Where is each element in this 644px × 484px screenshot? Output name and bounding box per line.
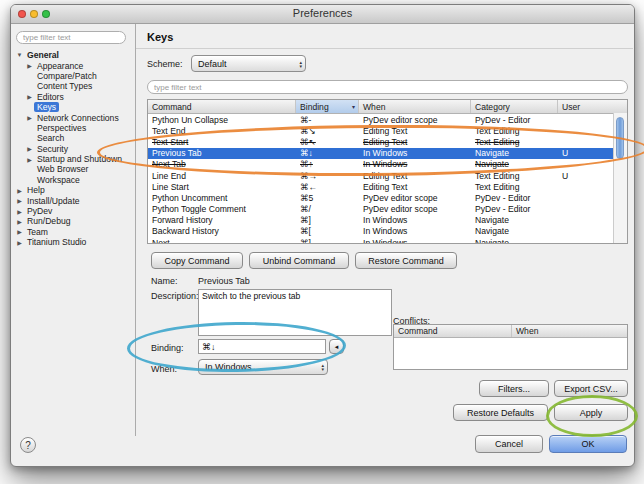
scheme-value: Default: [198, 59, 296, 69]
conflicts-table-header: Command When: [394, 325, 627, 338]
sidebar-item-search[interactable]: Search: [13, 133, 134, 143]
sidebar-item-startup-and-shutdown[interactable]: ▶Startup and Shutdown: [13, 154, 134, 164]
title-bar[interactable]: Preferences: [11, 5, 634, 24]
key-binding-row[interactable]: Line End⌘→Editing TextText EditingU: [148, 170, 627, 181]
sidebar-item-label: Search: [34, 133, 67, 143]
sidebar-item-workspace[interactable]: Workspace: [13, 175, 134, 185]
sidebar-item-label: Editors: [34, 92, 67, 102]
tree-collapsed-icon[interactable]: ▶: [25, 62, 34, 69]
key-binding-row[interactable]: Backward History⌘[In WindowsNavigate: [148, 226, 627, 237]
tree-collapsed-icon[interactable]: ▶: [15, 197, 24, 204]
sidebar-item-label: Perspectives: [34, 123, 89, 133]
help-button[interactable]: ?: [20, 437, 36, 453]
scheme-dropdown[interactable]: Default ▴▾: [191, 55, 306, 72]
export-csv-button[interactable]: Export CSV...: [554, 380, 628, 397]
tree-collapsed-icon[interactable]: ▶: [25, 156, 34, 163]
sidebar-item-install-update[interactable]: ▶Install/Update: [13, 195, 134, 205]
sidebar-item-label: General: [24, 50, 62, 60]
tree-expanded-icon[interactable]: ▼: [15, 52, 24, 58]
tree-collapsed-icon[interactable]: ▶: [15, 218, 24, 225]
filters-button[interactable]: Filters...: [479, 380, 549, 397]
tree-collapsed-icon[interactable]: ▶: [15, 208, 24, 215]
sidebar-item-compare-patch[interactable]: Compare/Patch: [13, 71, 134, 81]
conflicts-table: Command When: [393, 324, 628, 370]
name-label: Name:: [151, 276, 178, 286]
key-binding-row[interactable]: Forward History⌘]In WindowsNavigate: [148, 215, 627, 226]
binding-add-button[interactable]: ◂: [329, 339, 344, 354]
sidebar-item-label: Keys: [34, 102, 59, 112]
key-table-body: Python Un Collapse⌘-PyDev editor scopePy…: [148, 114, 627, 244]
sidebar-item-label: Run/Debug: [24, 216, 73, 226]
key-binding-row[interactable]: Text End⌘↘Editing TextText Editing: [148, 125, 627, 136]
sidebar-item-titanium-studio[interactable]: ▶Titanium Studio: [13, 237, 134, 247]
key-binding-row[interactable]: Next Tab⌘↑In WindowsNavigate: [148, 159, 627, 170]
key-binding-row[interactable]: Text Start⌘↖Editing TextText Editing: [148, 136, 627, 147]
key-binding-row[interactable]: Previous Tab⌘↓In WindowsNavigateU: [148, 148, 627, 159]
sidebar-item-label: Compare/Patch: [34, 71, 100, 81]
key-table-header: Command Binding▾ When Category User: [148, 100, 627, 114]
unbind-command-button[interactable]: Unbind Command: [249, 252, 349, 269]
conflicts-column-command[interactable]: Command: [394, 325, 512, 337]
page-title: Keys: [147, 31, 173, 43]
sidebar-item-team[interactable]: ▶Team: [13, 227, 134, 237]
tree-collapsed-icon[interactable]: ▶: [25, 145, 34, 152]
header-separator: [136, 48, 633, 49]
sidebar-item-content-types[interactable]: Content Types: [13, 81, 134, 91]
sidebar-item-label: Install/Update: [24, 196, 83, 206]
description-label: Description:: [151, 291, 199, 301]
binding-label: Binding:: [151, 343, 184, 353]
apply-button[interactable]: Apply: [554, 404, 628, 421]
tree-collapsed-icon[interactable]: ▶: [25, 93, 34, 100]
preferences-window: Preferences ▼General▶AppearanceCompare/P…: [10, 4, 635, 467]
column-header-when[interactable]: When: [359, 100, 471, 113]
sidebar-item-label: Titanium Studio: [24, 237, 89, 247]
sidebar-item-security[interactable]: ▶Security: [13, 144, 134, 154]
tree-collapsed-icon[interactable]: ▶: [15, 187, 24, 194]
copy-command-button[interactable]: Copy Command: [151, 252, 243, 269]
column-header-category[interactable]: Category: [471, 100, 558, 113]
column-header-user[interactable]: User: [558, 100, 613, 113]
ok-button[interactable]: OK: [549, 435, 627, 453]
sort-indicator-icon: ▾: [352, 103, 358, 110]
key-binding-row[interactable]: Python Toggle Comment⌘/PyDev editor scop…: [148, 204, 627, 215]
sidebar-item-label: Help: [24, 185, 48, 195]
sidebar-item-label: Appearance: [34, 61, 86, 71]
name-value: Previous Tab: [198, 276, 250, 286]
column-header-command[interactable]: Command: [148, 100, 296, 113]
restore-defaults-button[interactable]: Restore Defaults: [453, 404, 548, 421]
sidebar-item-label: Content Types: [34, 81, 95, 91]
sidebar-item-run-debug[interactable]: ▶Run/Debug: [13, 216, 134, 226]
table-scrollbar[interactable]: [613, 113, 627, 243]
sidebar-item-network-connections[interactable]: ▶Network Connections: [13, 112, 134, 122]
key-binding-row[interactable]: Python Un Collapse⌘-PyDev editor scopePy…: [148, 114, 627, 125]
when-dropdown[interactable]: In Windows ▴▾: [198, 359, 328, 375]
column-header-binding[interactable]: Binding▾: [296, 100, 359, 113]
sidebar-item-perspectives[interactable]: Perspectives: [13, 123, 134, 133]
key-bindings-table: Command Binding▾ When Category User Pyth…: [147, 99, 628, 244]
sidebar-item-pydev[interactable]: ▶PyDev: [13, 206, 134, 216]
sidebar-item-web-browser[interactable]: Web Browser: [13, 164, 134, 174]
tree-collapsed-icon[interactable]: ▶: [25, 114, 34, 121]
binding-input[interactable]: [198, 339, 326, 354]
scrollbar-thumb[interactable]: [616, 117, 624, 159]
tree-collapsed-icon[interactable]: ▶: [15, 239, 24, 246]
key-binding-row[interactable]: Line Start⌘←Editing TextText Editing: [148, 181, 627, 192]
sidebar-item-label: Web Browser: [34, 164, 91, 174]
restore-command-button[interactable]: Restore Command: [355, 252, 457, 269]
sidebar-item-editors[interactable]: ▶Editors: [13, 92, 134, 102]
conflicts-column-when[interactable]: When: [512, 325, 627, 337]
window-title: Preferences: [11, 7, 634, 19]
sidebar-item-label: Security: [34, 144, 71, 154]
sidebar-item-appearance[interactable]: ▶Appearance: [13, 60, 134, 70]
screenshot-canvas: Preferences ▼General▶AppearanceCompare/P…: [0, 0, 644, 484]
key-binding-row[interactable]: Python Uncomment⌘5PyDev editor scopePyDe…: [148, 192, 627, 203]
description-textarea[interactable]: Switch to the previous tab: [198, 289, 392, 336]
cancel-button[interactable]: Cancel: [475, 435, 543, 453]
sidebar-item-help[interactable]: ▶Help: [13, 185, 134, 195]
sidebar-item-keys[interactable]: Keys: [13, 102, 134, 112]
tree-collapsed-icon[interactable]: ▶: [15, 228, 24, 235]
sidebar-filter-input[interactable]: [16, 31, 126, 44]
command-filter-input[interactable]: [147, 80, 628, 94]
key-binding-row[interactable]: Next⌘]In WindowsNavigate: [148, 237, 627, 244]
sidebar-item-general[interactable]: ▼General: [13, 50, 134, 60]
